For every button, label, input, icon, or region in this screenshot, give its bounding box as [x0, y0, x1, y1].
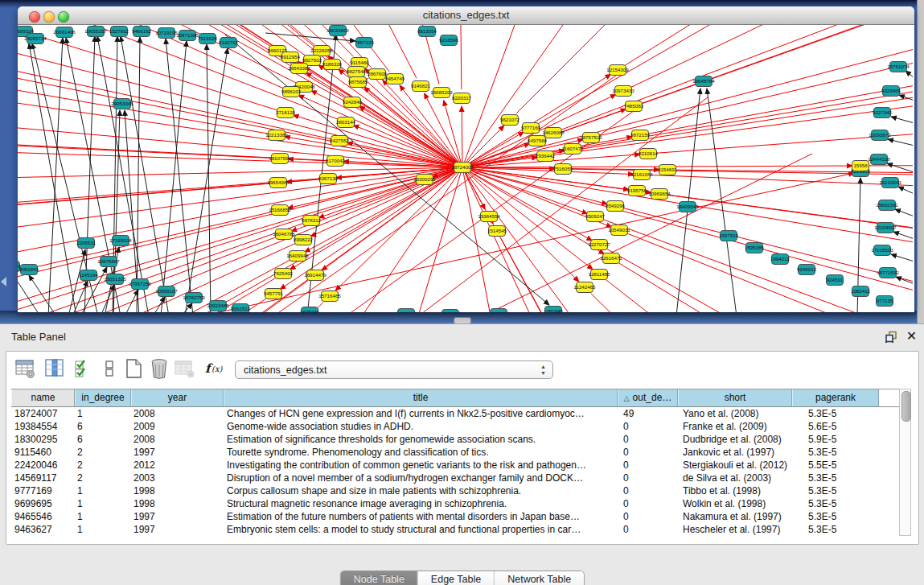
graph-edge-red[interactable] [642, 25, 913, 103]
table-cell[interactable]: Corpus callosum shape and size in male p… [224, 484, 618, 497]
table-cell[interactable]: 0 [618, 433, 678, 446]
table-cell[interactable]: 5.3E-5 [792, 407, 879, 420]
table-cell[interactable]: 0 [618, 510, 678, 523]
graph-edge-red[interactable] [18, 25, 338, 119]
table-cell[interactable]: 14569117 [11, 472, 75, 484]
graph-edge-red[interactable] [624, 208, 913, 312]
graph-edge-red[interactable] [545, 25, 913, 138]
table-cell[interactable]: Structural magnetic resonance image aver… [224, 497, 618, 510]
graph-edge-red[interactable] [462, 167, 607, 204]
show-columns-button[interactable] [43, 357, 68, 381]
table-cell[interactable]: 1 [75, 510, 131, 523]
network-canvas[interactable]: 1872400716893242405572420691406106552571… [18, 25, 913, 312]
graph-edge-red[interactable] [501, 239, 743, 312]
table-cell[interactable]: de Silva et al. (2003) [678, 472, 792, 484]
table-cell[interactable]: 1998 [131, 484, 224, 497]
float-panel-icon[interactable] [885, 331, 899, 344]
table-row[interactable]: 1830029562008Estimation of significance … [11, 433, 906, 446]
table-cell[interactable]: 1997 [131, 510, 224, 523]
table-cell[interactable]: 1 [75, 407, 131, 420]
table-cell[interactable]: 1998 [131, 497, 224, 510]
graph-edge-black[interactable] [898, 187, 913, 194]
table-cell[interactable]: Estimation of the future numbers of pati… [224, 510, 618, 523]
table-cell[interactable]: 1997 [131, 523, 224, 536]
table-cell[interactable]: Hescheler et al. (1997) [678, 523, 792, 536]
window-titlebar[interactable]: citations_edges.txt [18, 6, 914, 25]
table-cell[interactable]: 22420046 [11, 459, 75, 472]
graph-edge-red[interactable] [625, 25, 913, 65]
vertical-scrollbar[interactable] [899, 389, 911, 536]
table-cell[interactable]: 0 [618, 459, 678, 472]
table-cell[interactable]: 2 [75, 472, 131, 484]
table-cell[interactable]: 9699695 [11, 497, 75, 510]
graph-edge-black[interactable] [153, 297, 165, 312]
table-cell[interactable]: 0 [618, 523, 678, 536]
table-cell[interactable]: 2 [75, 459, 131, 472]
new-column-button[interactable] [122, 357, 146, 381]
table-cell[interactable]: 5.6E-5 [792, 420, 879, 433]
table-cell[interactable]: Genome-wide association studies in ADHD. [224, 420, 618, 433]
table-cell[interactable]: 1 [75, 484, 131, 497]
table-cell[interactable]: Tibbo et al. (1998) [678, 484, 792, 497]
table-cell[interactable]: Investigating the contribution of common… [224, 459, 618, 472]
tab-node-table[interactable]: Node Table [341, 571, 418, 585]
table-row[interactable]: 977716911998Corpus callosum shape and si… [11, 484, 906, 497]
table-cell[interactable]: 2008 [131, 433, 224, 446]
column-header-year[interactable]: year [131, 389, 224, 406]
table-mode-button[interactable] [14, 357, 39, 381]
graph-edge-black[interactable] [887, 163, 913, 172]
table-row[interactable]: 1938455462009Genome-wide association stu… [11, 420, 906, 433]
graph-edge-red[interactable] [18, 49, 462, 167]
graph-edge-black[interactable] [888, 139, 913, 146]
table-cell[interactable]: 5.9E-5 [792, 433, 879, 446]
table-row[interactable]: 946362711997Embryonic stem cells: a mode… [11, 523, 906, 536]
graph-edge-red[interactable] [298, 95, 462, 167]
table-row[interactable]: 1872400712008Changes of HCN gene express… [11, 407, 906, 420]
graph-edge-red[interactable] [362, 167, 462, 312]
graph-edge-red[interactable] [462, 25, 563, 167]
graph-edge-red[interactable] [462, 167, 491, 312]
table-cell[interactable]: Tourette syndrome. Phenomenology and cla… [224, 446, 618, 459]
graph-edge-red[interactable] [631, 25, 913, 87]
graph-edge-black[interactable] [906, 71, 913, 78]
close-panel-icon[interactable]: ✕ [906, 330, 918, 343]
panel-collapse-arrow-icon[interactable] [1, 277, 6, 286]
graph-edge-red[interactable] [649, 43, 913, 134]
table-row[interactable]: 911546021997Tourette syndrome. Phenomeno… [11, 446, 906, 459]
graph-edge-black[interactable] [891, 117, 913, 123]
graph-edge-red[interactable] [18, 182, 417, 312]
column-header-title[interactable]: title [224, 389, 618, 406]
function-builder-button[interactable]: f (x) [203, 357, 230, 381]
table-row[interactable]: 1456911722003Disruption of a novel membe… [11, 472, 906, 484]
table-cell[interactable]: 19384554 [11, 420, 75, 433]
graph-edge-red[interactable] [18, 134, 271, 158]
table-cell[interactable]: 2 [75, 446, 131, 459]
table-cell[interactable]: Wolkin et al. (1998) [678, 497, 792, 510]
table-cell[interactable]: 0 [618, 472, 678, 484]
table-cell[interactable]: Stergiakouli et al. (2012) [678, 459, 792, 472]
table-cell[interactable]: Jankovic et al. (1997) [678, 446, 792, 459]
delete-columns-button[interactable] [148, 357, 172, 381]
column-header-pagerank[interactable]: pagerank [792, 389, 879, 406]
table-cell[interactable]: 5.3E-5 [792, 472, 879, 484]
table-cell[interactable]: 18300295 [11, 433, 75, 446]
table-cell[interactable]: 9115460 [11, 446, 75, 459]
table-cell[interactable]: 1 [75, 523, 131, 536]
graph-edge-black[interactable] [676, 89, 700, 312]
table-cell[interactable]: 5.3E-5 [792, 484, 879, 497]
column-header-short[interactable]: short [678, 389, 792, 406]
graph-edge-red[interactable] [18, 75, 462, 167]
table-cell[interactable]: 6 [75, 420, 131, 433]
table-cell[interactable]: 2008 [131, 407, 224, 420]
table-cell[interactable]: Franke et al. (2009) [678, 420, 792, 433]
table-cell[interactable]: 0 [618, 420, 678, 433]
table-row[interactable]: 946554611997Estimation of the future num… [11, 510, 906, 523]
graph-edge-red[interactable] [561, 25, 913, 130]
graph-edge-black[interactable] [48, 38, 63, 312]
graph-edge-red[interactable] [462, 167, 604, 254]
table-cell[interactable]: 9777169 [11, 484, 75, 497]
table-cell[interactable]: 18724007 [11, 407, 75, 420]
table-cell[interactable]: 5.3E-5 [792, 523, 879, 536]
graph-edge-red[interactable] [18, 183, 269, 225]
graph-edge-red[interactable] [493, 225, 733, 312]
